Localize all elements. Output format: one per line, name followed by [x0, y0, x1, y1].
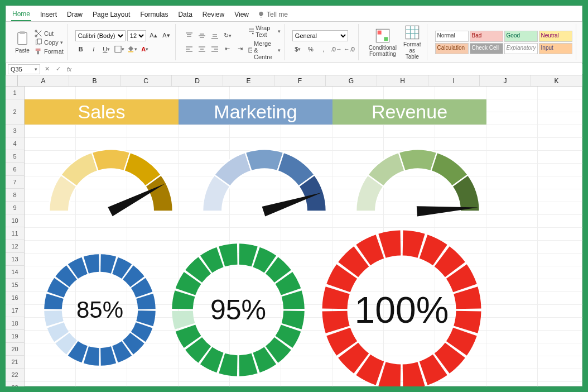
orientation-button[interactable]: ↻▾ [222, 30, 233, 41]
row-20[interactable]: 20 [6, 343, 24, 356]
italic-button[interactable]: I [88, 44, 99, 55]
tab-draw[interactable]: Draw [66, 8, 84, 21]
fx-button[interactable]: fx [64, 66, 75, 73]
currency-button[interactable]: $▾ [292, 44, 303, 55]
row-8[interactable]: 8 [6, 189, 24, 202]
select-all-corner[interactable] [6, 75, 18, 86]
tell-me-label: Tell me [267, 11, 288, 18]
tell-me[interactable]: Tell me [258, 11, 288, 18]
row-1[interactable]: 1 [6, 87, 24, 99]
cells-area[interactable]: Sales Marketing Revenue 85% 95% [25, 87, 582, 386]
comma-button[interactable]: , [318, 44, 329, 55]
decrease-decimal-button[interactable]: ←.0 [344, 44, 355, 55]
conditional-formatting-button[interactable]: Conditional Formatting [367, 27, 399, 58]
row-6[interactable]: 6 [6, 163, 24, 176]
row-14[interactable]: 14 [6, 266, 24, 279]
style-input[interactable]: Input [539, 43, 572, 54]
col-I[interactable]: I [428, 75, 480, 86]
bulb-icon [258, 11, 264, 18]
decrease-indent-button[interactable]: ⇤ [222, 44, 233, 55]
border-button[interactable]: ▾ [114, 44, 125, 55]
row-2[interactable]: 2 [6, 99, 24, 125]
align-center-button[interactable] [196, 44, 208, 55]
col-B[interactable]: B [69, 75, 121, 86]
fill-color-button[interactable]: ▾ [127, 44, 138, 55]
format-as-table-button[interactable]: Format as Table [401, 23, 423, 61]
row-15[interactable]: 15 [6, 279, 24, 291]
increase-decimal-button[interactable]: .0→ [331, 44, 342, 55]
row-17[interactable]: 17 [6, 304, 24, 317]
row-11[interactable]: 11 [6, 227, 24, 240]
row-9[interactable]: 9 [6, 202, 24, 214]
increase-font-button[interactable]: A▴ [148, 30, 159, 41]
align-top-button[interactable] [184, 30, 195, 41]
align-bottom-button[interactable] [209, 30, 220, 41]
row-12[interactable]: 12 [6, 240, 24, 253]
font-name-select[interactable]: Calibri (Body) [75, 30, 126, 41]
style-explanatory[interactable]: Explanatory T... [504, 43, 538, 54]
row-18[interactable]: 18 [6, 317, 24, 330]
align-left-button[interactable] [184, 44, 195, 55]
tab-data[interactable]: Data [177, 8, 193, 21]
style-good[interactable]: Good [504, 31, 538, 42]
svg-rect-11 [406, 26, 418, 39]
style-neutral[interactable]: Neutral [539, 31, 572, 42]
percent-button[interactable]: % [305, 44, 316, 55]
name-box[interactable]: Q35▾ [8, 64, 40, 74]
col-K[interactable]: K [531, 75, 582, 86]
row-3[interactable]: 3 [6, 125, 24, 137]
bold-button[interactable]: B [75, 44, 86, 55]
style-calculation[interactable]: Calculation [435, 43, 469, 54]
align-middle-icon [198, 32, 206, 40]
col-G[interactable]: G [326, 75, 377, 86]
col-H[interactable]: H [377, 75, 428, 86]
tab-formulas[interactable]: Formulas [139, 8, 169, 21]
row-16[interactable]: 16 [6, 291, 24, 304]
underline-button[interactable]: U▾ [101, 44, 112, 55]
style-normal[interactable]: Normal [435, 31, 469, 42]
row-10[interactable]: 10 [6, 214, 24, 227]
cancel-formula-button[interactable]: ✕ [41, 65, 52, 73]
row-19[interactable]: 19 [6, 330, 24, 343]
merge-center-button[interactable]: Merge & Centre▾ [248, 40, 281, 60]
row-21[interactable]: 21 [6, 356, 24, 369]
formula-input[interactable] [75, 64, 582, 74]
row-4[interactable]: 4 [6, 137, 24, 150]
col-J[interactable]: J [480, 75, 531, 86]
font-color-button[interactable]: A▾ [139, 44, 151, 55]
tab-page-layout[interactable]: Page Layout [91, 8, 131, 21]
number-format-select[interactable]: General [292, 30, 348, 41]
tab-review[interactable]: Review [201, 8, 225, 21]
col-F[interactable]: F [274, 75, 326, 86]
row-13[interactable]: 13 [6, 253, 24, 266]
style-bad[interactable]: Bad [470, 31, 503, 42]
confirm-formula-button[interactable]: ✓ [52, 65, 64, 73]
row-7[interactable]: 7 [6, 176, 24, 189]
column-headers: ABCDEFGHIJK [6, 75, 582, 87]
font-size-select[interactable]: 12 [127, 30, 146, 41]
align-right-button[interactable] [209, 44, 220, 55]
decrease-font-button[interactable]: A▾ [161, 30, 172, 41]
increase-indent-button[interactable]: ⇥ [235, 44, 246, 55]
formula-bar: Q35▾ ✕ ✓ fx [6, 63, 582, 75]
cut-button[interactable]: Cut [35, 30, 64, 37]
row-23[interactable]: 23 [6, 381, 24, 386]
col-D[interactable]: D [172, 75, 223, 86]
wrap-text-button[interactable]: Wrap Text▾ [248, 25, 281, 38]
tab-insert[interactable]: Insert [39, 8, 58, 21]
svg-rect-9 [378, 30, 382, 34]
col-E[interactable]: E [223, 75, 274, 86]
col-A[interactable]: A [18, 75, 69, 86]
format-painter-button[interactable]: Format [35, 47, 64, 55]
col-C[interactable]: C [121, 75, 172, 86]
style-check-cell[interactable]: Check Cell [470, 43, 503, 54]
row-22[interactable]: 22 [6, 369, 24, 381]
tab-home[interactable]: Home [11, 8, 31, 21]
paste-button[interactable]: Paste [12, 30, 32, 55]
tab-view[interactable]: View [233, 8, 250, 21]
merge-icon [248, 46, 252, 54]
row-5[interactable]: 5 [6, 150, 24, 163]
worksheet[interactable]: ABCDEFGHIJK 1234567891011121314151617181… [6, 75, 582, 386]
copy-button[interactable]: Copy▾ [35, 39, 64, 46]
align-middle-button[interactable] [196, 30, 208, 41]
